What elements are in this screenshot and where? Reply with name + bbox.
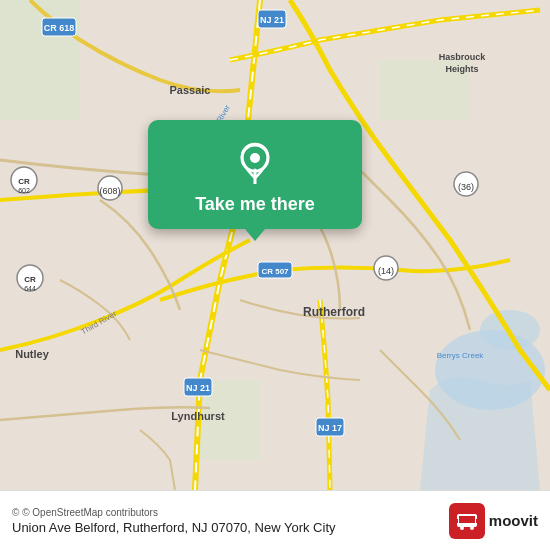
pin-icon <box>232 138 278 184</box>
svg-rect-43 <box>457 519 458 523</box>
svg-point-42 <box>470 526 474 530</box>
bottom-bar: © © OpenStreetMap contributors Union Ave… <box>0 490 550 550</box>
svg-text:(14): (14) <box>378 266 394 276</box>
svg-text:NJ 17: NJ 17 <box>318 423 342 433</box>
svg-text:NJ 21: NJ 21 <box>260 15 284 25</box>
svg-point-38 <box>250 153 260 163</box>
take-me-there-button[interactable]: Take me there <box>195 194 315 215</box>
svg-text:CR: CR <box>18 177 30 186</box>
svg-text:Heights: Heights <box>445 64 478 74</box>
svg-point-41 <box>460 526 464 530</box>
svg-text:(36): (36) <box>458 182 474 192</box>
svg-text:NJ 21: NJ 21 <box>186 383 210 393</box>
svg-text:CR: CR <box>24 275 36 284</box>
svg-text:Passaic: Passaic <box>170 84 211 96</box>
svg-text:Nutley: Nutley <box>15 348 50 360</box>
svg-text:CR 507: CR 507 <box>261 267 289 276</box>
osm-icon: © <box>12 507 19 518</box>
svg-text:Berrys Creek: Berrys Creek <box>437 351 485 360</box>
osm-credit-text: © OpenStreetMap contributors <box>22 507 158 518</box>
svg-text:CR 618: CR 618 <box>44 23 75 33</box>
map-view: CR 618 NJ 21 NJ 21 NJ 17 CR 602 (608) (3… <box>0 0 550 490</box>
address-area: © © OpenStreetMap contributors Union Ave… <box>12 507 336 535</box>
svg-text:602: 602 <box>18 187 30 194</box>
moovit-bus-icon <box>449 503 485 539</box>
address-text: Union Ave Belford, Rutherford, NJ 07070,… <box>12 520 336 535</box>
svg-rect-44 <box>476 519 477 523</box>
svg-text:644: 644 <box>24 285 36 292</box>
svg-text:(608): (608) <box>99 186 120 196</box>
svg-text:Hasbrouck: Hasbrouck <box>439 52 487 62</box>
moovit-text: moovit <box>489 512 538 529</box>
svg-text:Rutherford: Rutherford <box>303 305 365 319</box>
osm-credit: © © OpenStreetMap contributors <box>12 507 336 518</box>
svg-rect-40 <box>459 516 475 523</box>
action-card[interactable]: Take me there <box>148 120 362 229</box>
moovit-logo: moovit <box>449 503 538 539</box>
svg-text:Lyndhurst: Lyndhurst <box>171 410 225 422</box>
